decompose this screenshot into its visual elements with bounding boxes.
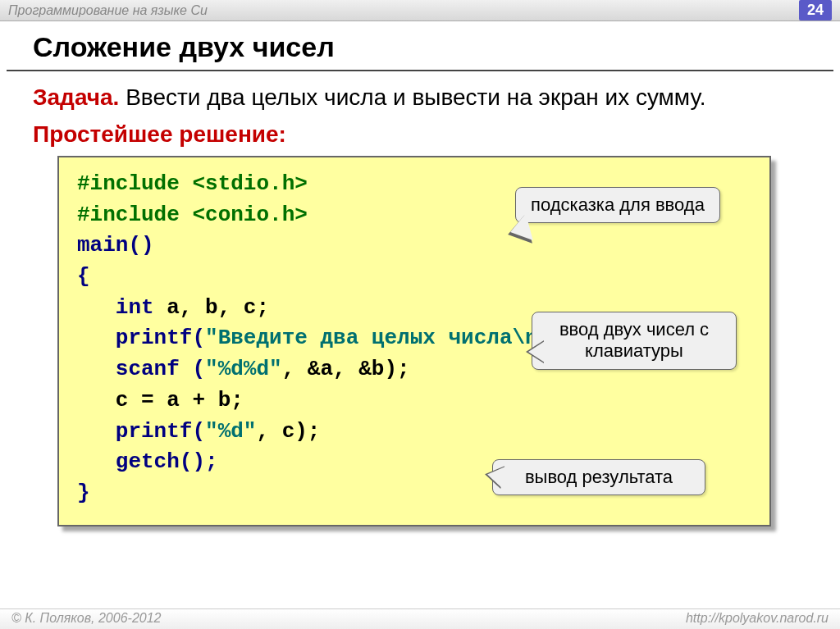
solution-label: Простейшее решение: — [33, 121, 807, 148]
footer-url: http://kpolyakov.narod.ru — [686, 611, 829, 626]
code-line: scanf ( — [77, 357, 205, 381]
code-line: <stdio.h> — [192, 171, 307, 196]
content-area: Задача. Ввести два целых числа и вывести… — [0, 71, 840, 526]
footer-bar: © К. Поляков, 2006-2012 http://kpolyakov… — [0, 608, 840, 629]
code-line: a, b, c; — [154, 295, 269, 320]
code-line: #include — [77, 171, 192, 196]
code-box: #include <stdio.h> #include <conio.h> ma… — [57, 156, 771, 526]
code-line: } — [77, 481, 90, 505]
code-line: , &a, &b); — [282, 357, 410, 381]
header-bar: Программирование на языке Си 24 — [0, 0, 840, 21]
task-body: Ввести два целых числа и вывести на экра… — [119, 84, 705, 110]
page-number: 24 — [799, 0, 832, 21]
code-line: main() — [77, 233, 154, 258]
code-line: "Введите два целых числа\n" — [205, 326, 550, 350]
code-line: getch(); — [77, 449, 218, 474]
code-line: "%d%d" — [205, 357, 282, 381]
code-line: printf( — [77, 326, 205, 350]
code-line: int — [77, 295, 154, 320]
task-text: Задача. Ввести два целых числа и вывести… — [33, 83, 807, 112]
code-line: , c); — [256, 419, 320, 444]
code-line: #include — [77, 203, 192, 227]
footer-copyright: © К. Поляков, 2006-2012 — [11, 611, 161, 626]
header-subject: Программирование на языке Си — [8, 3, 208, 18]
callout-text: вывод результата — [525, 467, 673, 487]
code-line: "%d" — [205, 419, 256, 444]
code-line: c = a + b; — [77, 388, 244, 412]
code-area: #include <stdio.h> #include <conio.h> ma… — [57, 156, 771, 526]
callout-output-result: вывод результата — [492, 459, 705, 495]
callout-text: подсказка для ввода — [531, 194, 705, 215]
task-label: Задача. — [33, 84, 119, 110]
callout-input-hint: подсказка для ввода — [515, 187, 720, 223]
slide-title: Сложение двух чисел — [0, 21, 840, 70]
code-line: { — [77, 264, 90, 289]
code-line: <conio.h> — [192, 203, 307, 227]
callout-input-two-numbers: ввод двух чисел с клавиатуры — [532, 312, 737, 370]
callout-text: ввод двух чисел с клавиатуры — [559, 319, 709, 361]
code-line: printf( — [77, 419, 205, 444]
